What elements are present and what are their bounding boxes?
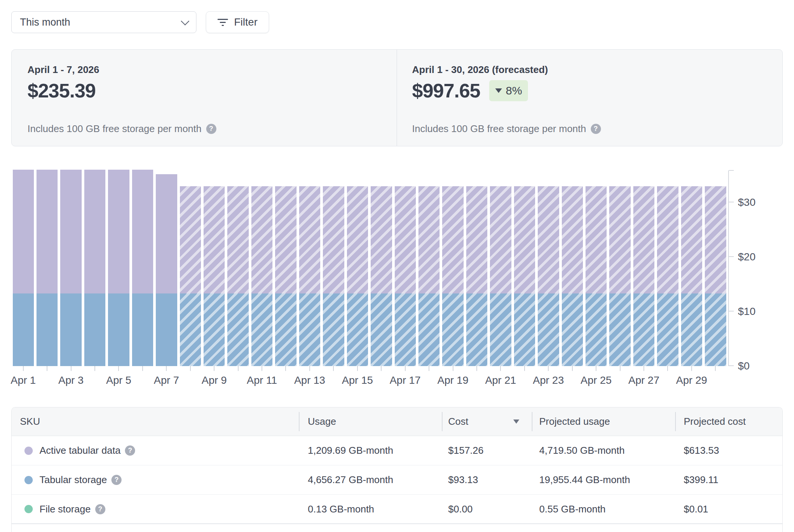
help-icon[interactable]: ?	[95, 504, 105, 514]
chart-bar-apr-21[interactable]	[490, 186, 511, 366]
chart-bar-apr-5[interactable]	[108, 170, 129, 366]
chart-bar-apr-2[interactable]	[37, 170, 58, 366]
chart-bar-apr-18[interactable]	[418, 186, 440, 366]
filter-button[interactable]: Filter	[206, 11, 269, 33]
segment-active-tabular-data	[108, 170, 129, 293]
usage-chart: $0$10$20$30 Apr 1Apr 3Apr 5Apr 7Apr 9Apr…	[11, 169, 794, 391]
chart-bar-apr-6[interactable]	[132, 170, 153, 366]
period-select[interactable]: This month	[11, 11, 196, 33]
chart-bar-apr-1[interactable]	[13, 170, 34, 366]
sku-cell: Tabular storage?	[24, 465, 122, 494]
column-header-projected-cost: Projected cost	[684, 407, 746, 436]
x-axis-label: Apr 13	[294, 374, 326, 386]
segment-tabular-storage	[705, 293, 726, 366]
segment-active-tabular-data	[442, 186, 463, 294]
help-icon[interactable]: ?	[591, 124, 601, 134]
usage-cell: 1,209.69 GB-month	[308, 436, 393, 465]
usage-cell: 0.13 GB-month	[308, 495, 374, 523]
column-header-sku: SKU	[20, 407, 40, 436]
chart-bar-apr-30[interactable]	[705, 186, 726, 366]
segment-active-tabular-data	[466, 186, 487, 294]
chart-bar-apr-7[interactable]	[156, 174, 177, 366]
segment-tabular-storage	[180, 293, 201, 366]
summary-card: April 1 - 7, 2026 $235.39 Includes 100 G…	[11, 49, 783, 146]
segment-tabular-storage	[586, 293, 607, 366]
chart-bar-apr-22[interactable]	[514, 186, 535, 366]
table-body: Active tabular data?1,209.69 GB-month$15…	[12, 436, 782, 524]
x-axis-label: Apr 1	[11, 374, 36, 386]
x-axis-label: Apr 15	[342, 374, 373, 386]
segment-tabular-storage	[609, 293, 630, 366]
segment-active-tabular-data	[299, 186, 320, 294]
chart-bar-apr-9[interactable]	[204, 186, 225, 366]
chart-bar-apr-28[interactable]	[657, 186, 678, 366]
segment-active-tabular-data	[705, 186, 726, 294]
segment-active-tabular-data	[657, 186, 678, 294]
segment-tabular-storage	[490, 293, 511, 366]
chart-bar-apr-26[interactable]	[609, 186, 630, 366]
x-axis-label: Apr 27	[628, 374, 660, 386]
chart-bar-apr-27[interactable]	[633, 186, 654, 366]
sku-name: Active tabular data	[40, 445, 120, 456]
segment-tabular-storage	[323, 293, 344, 366]
chart-bar-apr-8[interactable]	[180, 186, 201, 366]
segment-tabular-storage	[633, 293, 654, 366]
help-icon[interactable]: ?	[111, 475, 122, 485]
chart-plot-area	[11, 169, 727, 366]
segment-tabular-storage	[84, 293, 105, 366]
x-axis-label: Apr 29	[676, 374, 707, 386]
column-header-projected-usage: Projected usage	[539, 407, 610, 436]
filter-lines-icon	[218, 19, 228, 26]
cost-cell: $0.00	[448, 495, 473, 523]
y-axis-label: $20	[738, 251, 756, 263]
column-header-usage: Usage	[308, 407, 336, 436]
chart-bar-apr-13[interactable]	[299, 186, 320, 366]
help-icon[interactable]: ?	[206, 124, 216, 134]
chart-bar-apr-4[interactable]	[84, 170, 105, 366]
chart-bar-apr-19[interactable]	[442, 186, 463, 366]
segment-active-tabular-data	[681, 186, 702, 294]
chevron-down-icon	[181, 17, 190, 26]
chart-bar-apr-10[interactable]	[227, 186, 248, 366]
x-axis-label: Apr 23	[533, 374, 564, 386]
segment-active-tabular-data	[227, 186, 248, 294]
series-color-dot	[24, 505, 33, 513]
segment-tabular-storage	[657, 293, 678, 366]
chart-bar-apr-12[interactable]	[275, 186, 296, 366]
help-icon[interactable]: ?	[125, 445, 135, 456]
y-axis-label: $0	[738, 360, 750, 372]
delta-value: 8%	[506, 84, 522, 97]
segment-active-tabular-data	[13, 170, 34, 293]
chart-bar-apr-17[interactable]	[395, 186, 416, 366]
chart-bar-apr-25[interactable]	[586, 186, 607, 366]
column-header-cost[interactable]: Cost	[448, 407, 519, 436]
chart-bar-apr-15[interactable]	[347, 186, 368, 366]
chart-bar-apr-3[interactable]	[60, 170, 81, 366]
segment-tabular-storage	[418, 293, 440, 366]
chart-bar-apr-14[interactable]	[323, 186, 344, 366]
segment-active-tabular-data	[347, 186, 368, 294]
segment-active-tabular-data	[132, 170, 153, 293]
forecast-note: Includes 100 GB free storage per month ?	[412, 123, 767, 135]
segment-active-tabular-data	[562, 186, 583, 294]
current-period-panel: April 1 - 7, 2026 $235.39 Includes 100 G…	[12, 50, 397, 146]
chart-bar-apr-16[interactable]	[371, 186, 392, 366]
chart-bar-apr-11[interactable]	[251, 186, 272, 366]
segment-tabular-storage	[156, 293, 177, 366]
segment-tabular-storage	[395, 293, 416, 366]
segment-tabular-storage	[371, 293, 392, 366]
segment-tabular-storage	[275, 293, 296, 366]
chart-bar-apr-20[interactable]	[466, 186, 487, 366]
chart-bar-apr-23[interactable]	[538, 186, 559, 366]
segment-active-tabular-data	[275, 186, 296, 294]
segment-tabular-storage	[466, 293, 487, 366]
delta-badge: 8%	[489, 80, 528, 101]
segment-active-tabular-data	[418, 186, 440, 294]
segment-active-tabular-data	[37, 170, 58, 293]
segment-tabular-storage	[514, 293, 535, 366]
chart-bar-apr-24[interactable]	[562, 186, 583, 366]
chart-bar-apr-29[interactable]	[681, 186, 702, 366]
segment-active-tabular-data	[180, 186, 201, 294]
segment-tabular-storage	[299, 293, 320, 366]
sku-table: SKU Usage Cost Projected usage Projected…	[11, 407, 783, 532]
